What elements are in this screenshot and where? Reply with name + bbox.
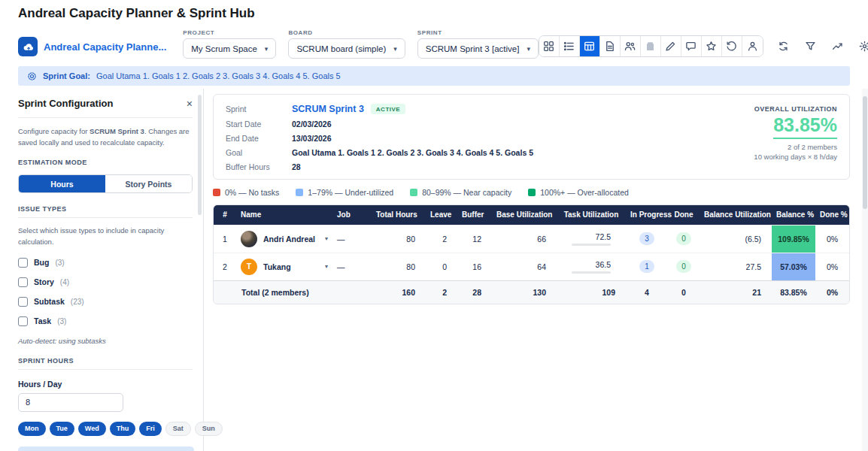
job-value: — <box>332 253 372 280</box>
overall-utilization-value: 83.85% <box>773 114 837 139</box>
row-num: 1 <box>214 225 236 253</box>
legend-swatch-red <box>213 189 220 196</box>
job-value: — <box>332 225 372 253</box>
balance-utilization-value: 27.5 <box>700 253 772 280</box>
issue-type-row-task: Task (3) <box>18 316 193 326</box>
estimation-mode-toggle: Hours Story Points <box>18 174 193 193</box>
day-toggle-mon[interactable]: Mon <box>18 422 46 436</box>
overall-utilization-heading: OVERALL UTILIZATION <box>694 105 837 113</box>
start-date-label: Start Date <box>226 120 292 129</box>
base-utilization-value: 64 <box>492 253 557 280</box>
col-done-pct: Done % <box>815 205 849 225</box>
issue-types-heading: ISSUE TYPES <box>18 205 193 213</box>
sprint-link[interactable]: SCRUM Sprint 3 <box>292 104 364 114</box>
team-icon[interactable] <box>621 36 641 56</box>
bug-count: (3) <box>55 259 64 267</box>
issue-type-row-bug: Bug (3) <box>18 258 193 268</box>
sprint-select-value: SCRUM Sprint 3 [active] <box>426 44 520 53</box>
filter-icon[interactable] <box>804 38 818 55</box>
leave-value: 0 <box>426 253 457 280</box>
person-icon[interactable] <box>742 36 763 56</box>
day-toggle-fri[interactable]: Fri <box>139 422 162 436</box>
leave-value: 2 <box>426 225 457 253</box>
col-base-utilization: Base Utilization <box>492 205 557 225</box>
story-checkbox[interactable] <box>18 277 28 287</box>
base-utilization-value: 66 <box>492 225 557 253</box>
issue-types-description: Select which issue types to include in c… <box>18 226 193 247</box>
context-selectors: PROJECT My Scrum Space ▾ BOARD SCRUM boa… <box>183 29 539 59</box>
sprint-hours-heading: SPRINT HOURS <box>18 357 193 365</box>
capacity-table: # Name Job Total Hours Leave Buffer Base… <box>213 204 850 304</box>
start-date-value: 02/03/2026 <box>292 120 332 129</box>
day-toggle-wed[interactable]: Wed <box>78 422 106 436</box>
close-icon[interactable]: × <box>187 98 193 109</box>
base-utilization-sum: 130 <box>492 280 557 304</box>
sprint-summary-card: Sprint SCRUM Sprint 3 ACTIVE Start Date … <box>213 94 850 180</box>
chevron-down-icon[interactable]: ▾ <box>325 235 328 242</box>
settings-icon[interactable] <box>858 38 868 55</box>
comment-icon[interactable] <box>681 36 702 56</box>
legend-item-near-capacity: 80–99% — Near capacity <box>410 188 511 197</box>
board-label: BOARD <box>288 29 405 36</box>
total-hours-sum: 160 <box>372 280 426 304</box>
sprint-label: SPRINT <box>417 29 539 36</box>
bug-label: Bug <box>34 258 49 267</box>
trend-icon[interactable] <box>831 38 845 55</box>
avatar-photo <box>241 231 257 247</box>
buffer-value: 12 <box>457 225 492 253</box>
board-select[interactable]: SCRUM board (simple) ▾ <box>288 38 405 59</box>
done-pct-value: 0% <box>815 225 849 253</box>
chevron-down-icon: ▾ <box>265 45 269 53</box>
project-select[interactable]: My Scrum Space ▾ <box>183 38 276 59</box>
refresh-icon[interactable] <box>777 38 791 55</box>
task-utilization-value: 72.5 <box>596 232 611 241</box>
toolbar: Andreal Capacity Planne... PROJECT My Sc… <box>18 33 850 59</box>
end-date-label: End Date <box>226 134 292 143</box>
estimation-hours-option[interactable]: Hours <box>19 175 105 192</box>
members-count: 2 of 2 members <box>694 143 837 151</box>
subtask-checkbox[interactable] <box>18 297 28 307</box>
document-icon[interactable] <box>600 36 621 56</box>
subtask-label: Subtask <box>34 297 65 306</box>
day-toggle-thu[interactable]: Thu <box>110 422 136 436</box>
overall-utilization: OVERALL UTILIZATION 83.85% 2 of 2 member… <box>694 104 837 171</box>
auto-detect-note: Auto-detect: using subtasks <box>18 337 193 345</box>
list-view-icon[interactable] <box>560 36 580 56</box>
hours-per-day-input[interactable] <box>18 393 123 412</box>
day-toggle-tue[interactable]: Tue <box>50 422 74 436</box>
estimation-story-points-option[interactable]: Story Points <box>105 175 192 192</box>
edit-icon[interactable] <box>661 36 681 56</box>
buffer-hours-value: 28 <box>292 162 301 171</box>
buffer-hours-label: Buffer Hours <box>226 162 292 171</box>
task-checkbox[interactable] <box>18 316 28 326</box>
page-scrollbar[interactable] <box>862 89 868 451</box>
star-icon[interactable] <box>702 36 722 56</box>
chevron-down-icon[interactable]: ▾ <box>325 263 328 270</box>
task-label: Task <box>34 316 51 325</box>
target-icon <box>27 71 37 81</box>
panel-title: Sprint Configuration <box>18 98 113 109</box>
bug-checkbox[interactable] <box>18 258 28 268</box>
panel-description: Configure capacity for SCRUM Sprint 3. C… <box>18 126 193 148</box>
table-row: 1 Andri Andreal ▾ — 80 2 12 66 <box>214 225 849 253</box>
sidebar-scrollbar[interactable] <box>198 95 202 215</box>
day-toggle-sat[interactable]: Sat <box>165 422 191 436</box>
goal-label: Goal <box>226 148 292 157</box>
app-brand[interactable]: Andreal Capacity Planne... <box>18 37 166 56</box>
table-total-row: Total (2 members) 160 2 28 130 109 4 0 2… <box>214 280 849 304</box>
divider <box>18 369 193 370</box>
legend-swatch-green <box>410 189 417 196</box>
table-view-icon[interactable] <box>580 36 600 56</box>
scrollbar-thumb[interactable] <box>863 96 867 209</box>
grid-view-icon[interactable] <box>539 36 560 56</box>
buffer-sum: 28 <box>457 280 492 304</box>
divider <box>18 117 193 118</box>
issue-type-row-story: Story (4) <box>18 277 193 287</box>
history-icon[interactable] <box>722 36 742 56</box>
member-name: Tukang <box>263 262 319 271</box>
col-task-utilization: Task Utilization <box>557 205 626 225</box>
table-row: 2 T Tukang ▾ — 80 0 16 64 <box>214 253 849 280</box>
in-progress-sum: 4 <box>626 280 668 304</box>
project-select-value: My Scrum Space <box>191 44 257 53</box>
sprint-select[interactable]: SCRUM Sprint 3 [active] ▾ <box>417 38 539 59</box>
